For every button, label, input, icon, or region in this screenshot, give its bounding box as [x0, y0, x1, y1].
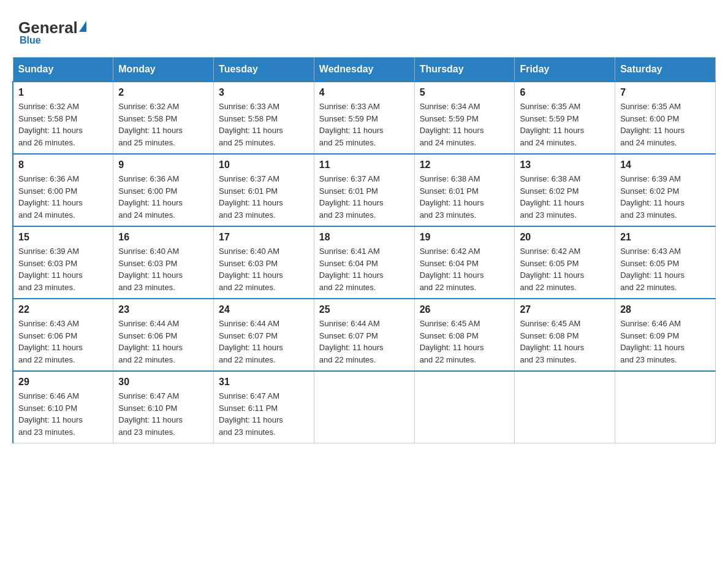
logo-arrow-icon: [79, 21, 86, 32]
day-info: Sunrise: 6:42 AMSunset: 6:05 PMDaylight:…: [520, 245, 610, 293]
day-number: 29: [18, 377, 108, 388]
day-number: 28: [620, 304, 710, 315]
day-info: Sunrise: 6:33 AMSunset: 5:58 PMDaylight:…: [219, 101, 309, 148]
day-info: Sunrise: 6:43 AMSunset: 6:05 PMDaylight:…: [620, 245, 710, 293]
day-info: Sunrise: 6:36 AMSunset: 6:00 PMDaylight:…: [18, 173, 108, 221]
calendar-cell: 2Sunrise: 6:32 AMSunset: 5:58 PMDaylight…: [113, 82, 214, 154]
logo: General Blue: [18, 18, 86, 46]
day-info: Sunrise: 6:32 AMSunset: 5:58 PMDaylight:…: [18, 101, 108, 148]
day-number: 2: [118, 87, 208, 98]
day-info: Sunrise: 6:39 AMSunset: 6:02 PMDaylight:…: [620, 173, 710, 221]
day-info: Sunrise: 6:35 AMSunset: 6:00 PMDaylight:…: [620, 101, 710, 148]
day-number: 15: [18, 232, 108, 243]
day-number: 30: [118, 377, 208, 388]
day-info: Sunrise: 6:43 AMSunset: 6:06 PMDaylight:…: [18, 318, 108, 366]
calendar-cell: 26Sunrise: 6:45 AMSunset: 6:08 PMDayligh…: [414, 299, 515, 371]
logo-blue: Blue: [20, 35, 41, 46]
day-number: 10: [219, 159, 309, 170]
calendar-cell: 3Sunrise: 6:33 AMSunset: 5:58 PMDaylight…: [214, 82, 314, 154]
day-number: 8: [18, 159, 108, 170]
day-info: Sunrise: 6:45 AMSunset: 6:08 PMDaylight:…: [520, 318, 610, 366]
week-row-5: 29Sunrise: 6:46 AMSunset: 6:10 PMDayligh…: [13, 371, 716, 443]
calendar-cell: 6Sunrise: 6:35 AMSunset: 5:59 PMDaylight…: [515, 82, 615, 154]
header-saturday: Saturday: [615, 58, 716, 82]
header-sunday: Sunday: [13, 58, 113, 82]
calendar-cell: 29Sunrise: 6:46 AMSunset: 6:10 PMDayligh…: [13, 371, 113, 443]
day-info: Sunrise: 6:46 AMSunset: 6:09 PMDaylight:…: [620, 318, 710, 366]
calendar-cell: 1Sunrise: 6:32 AMSunset: 5:58 PMDaylight…: [13, 82, 113, 154]
day-number: 20: [520, 232, 610, 243]
day-number: 27: [520, 304, 610, 315]
day-info: Sunrise: 6:32 AMSunset: 5:58 PMDaylight:…: [118, 101, 208, 148]
calendar-table: SundayMondayTuesdayWednesdayThursdayFrid…: [12, 57, 716, 443]
day-info: Sunrise: 6:44 AMSunset: 6:06 PMDaylight:…: [118, 318, 208, 366]
day-info: Sunrise: 6:40 AMSunset: 6:03 PMDaylight:…: [118, 245, 208, 293]
day-number: 21: [620, 232, 710, 243]
day-number: 13: [520, 159, 610, 170]
day-info: Sunrise: 6:36 AMSunset: 6:00 PMDaylight:…: [118, 173, 208, 221]
calendar-cell: 17Sunrise: 6:40 AMSunset: 6:03 PMDayligh…: [214, 226, 314, 299]
calendar-cell: 15Sunrise: 6:39 AMSunset: 6:03 PMDayligh…: [13, 226, 113, 299]
header-wednesday: Wednesday: [314, 58, 414, 82]
day-info: Sunrise: 6:38 AMSunset: 6:01 PMDaylight:…: [420, 173, 510, 221]
day-info: Sunrise: 6:37 AMSunset: 6:01 PMDaylight:…: [319, 173, 409, 221]
week-row-3: 15Sunrise: 6:39 AMSunset: 6:03 PMDayligh…: [13, 226, 716, 299]
day-info: Sunrise: 6:34 AMSunset: 5:59 PMDaylight:…: [420, 101, 510, 148]
calendar-cell: 25Sunrise: 6:44 AMSunset: 6:07 PMDayligh…: [314, 299, 414, 371]
calendar-cell: [314, 371, 414, 443]
day-info: Sunrise: 6:47 AMSunset: 6:11 PMDaylight:…: [219, 390, 309, 438]
calendar-cell: 27Sunrise: 6:45 AMSunset: 6:08 PMDayligh…: [515, 299, 615, 371]
calendar-cell: 12Sunrise: 6:38 AMSunset: 6:01 PMDayligh…: [414, 154, 515, 226]
day-info: Sunrise: 6:35 AMSunset: 5:59 PMDaylight:…: [520, 101, 610, 148]
day-number: 16: [118, 232, 208, 243]
day-info: Sunrise: 6:44 AMSunset: 6:07 PMDaylight:…: [319, 318, 409, 366]
day-number: 17: [219, 232, 309, 243]
calendar-cell: 18Sunrise: 6:41 AMSunset: 6:04 PMDayligh…: [314, 226, 414, 299]
day-info: Sunrise: 6:46 AMSunset: 6:10 PMDaylight:…: [18, 390, 108, 438]
day-number: 4: [319, 87, 409, 98]
calendar-cell: 24Sunrise: 6:44 AMSunset: 6:07 PMDayligh…: [214, 299, 314, 371]
day-info: Sunrise: 6:38 AMSunset: 6:02 PMDaylight:…: [520, 173, 610, 221]
day-info: Sunrise: 6:41 AMSunset: 6:04 PMDaylight:…: [319, 245, 409, 293]
day-number: 6: [520, 87, 610, 98]
week-row-1: 1Sunrise: 6:32 AMSunset: 5:58 PMDaylight…: [13, 82, 716, 154]
calendar-cell: 5Sunrise: 6:34 AMSunset: 5:59 PMDaylight…: [414, 82, 515, 154]
calendar-cell: 14Sunrise: 6:39 AMSunset: 6:02 PMDayligh…: [615, 154, 716, 226]
day-info: Sunrise: 6:47 AMSunset: 6:10 PMDaylight:…: [118, 390, 208, 438]
calendar-cell: 31Sunrise: 6:47 AMSunset: 6:11 PMDayligh…: [214, 371, 314, 443]
header-friday: Friday: [515, 58, 615, 82]
day-number: 7: [620, 87, 710, 98]
day-number: 19: [420, 232, 510, 243]
header-thursday: Thursday: [414, 58, 515, 82]
day-number: 12: [420, 159, 510, 170]
day-info: Sunrise: 6:37 AMSunset: 6:01 PMDaylight:…: [219, 173, 309, 221]
day-number: 18: [319, 232, 409, 243]
day-info: Sunrise: 6:42 AMSunset: 6:04 PMDaylight:…: [420, 245, 510, 293]
day-number: 26: [420, 304, 510, 315]
calendar-cell: 22Sunrise: 6:43 AMSunset: 6:06 PMDayligh…: [13, 299, 113, 371]
day-number: 24: [219, 304, 309, 315]
calendar-cell: 10Sunrise: 6:37 AMSunset: 6:01 PMDayligh…: [214, 154, 314, 226]
day-info: Sunrise: 6:33 AMSunset: 5:59 PMDaylight:…: [319, 101, 409, 148]
day-number: 23: [118, 304, 208, 315]
day-number: 1: [18, 87, 108, 98]
calendar-cell: 13Sunrise: 6:38 AMSunset: 6:02 PMDayligh…: [515, 154, 615, 226]
day-info: Sunrise: 6:40 AMSunset: 6:03 PMDaylight:…: [219, 245, 309, 293]
calendar-cell: [515, 371, 615, 443]
header-row: SundayMondayTuesdayWednesdayThursdayFrid…: [13, 58, 716, 82]
header-monday: Monday: [113, 58, 214, 82]
week-row-2: 8Sunrise: 6:36 AMSunset: 6:00 PMDaylight…: [13, 154, 716, 226]
calendar-cell: 28Sunrise: 6:46 AMSunset: 6:09 PMDayligh…: [615, 299, 716, 371]
day-number: 11: [319, 159, 409, 170]
day-info: Sunrise: 6:45 AMSunset: 6:08 PMDaylight:…: [420, 318, 510, 366]
calendar-cell: 8Sunrise: 6:36 AMSunset: 6:00 PMDaylight…: [13, 154, 113, 226]
week-row-4: 22Sunrise: 6:43 AMSunset: 6:06 PMDayligh…: [13, 299, 716, 371]
calendar-cell: 9Sunrise: 6:36 AMSunset: 6:00 PMDaylight…: [113, 154, 214, 226]
calendar-cell: [414, 371, 515, 443]
day-number: 31: [219, 377, 309, 388]
calendar-cell: 20Sunrise: 6:42 AMSunset: 6:05 PMDayligh…: [515, 226, 615, 299]
day-info: Sunrise: 6:44 AMSunset: 6:07 PMDaylight:…: [219, 318, 309, 366]
calendar-cell: 4Sunrise: 6:33 AMSunset: 5:59 PMDaylight…: [314, 82, 414, 154]
day-info: Sunrise: 6:39 AMSunset: 6:03 PMDaylight:…: [18, 245, 108, 293]
calendar-cell: 11Sunrise: 6:37 AMSunset: 6:01 PMDayligh…: [314, 154, 414, 226]
